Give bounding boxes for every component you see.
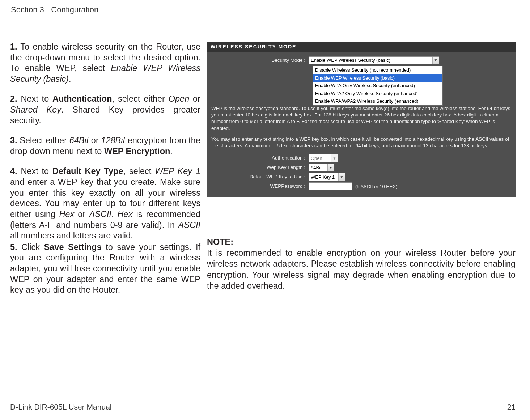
dropdown-option[interactable]: Disable Wireless Security (not recommend… <box>313 66 442 74</box>
step-4: 4. Next to Default Key Type, select WEP … <box>10 166 200 241</box>
wep-key-length-label: Wep Key Length : <box>211 164 309 171</box>
t: WEP Key 1 <box>155 166 200 176</box>
t: Click <box>17 242 44 252</box>
chevron-down-icon: ▼ <box>432 57 439 64</box>
dropdown-option[interactable]: Enable WPA/WPA2 Wireless Security (enhan… <box>313 97 442 105</box>
t: Hex <box>118 209 133 219</box>
security-mode-select[interactable]: Enable WEP Wireless Security (basic) ▼ <box>309 56 439 64</box>
t: 128Bit <box>101 136 125 145</box>
step-num: 5. <box>10 242 17 252</box>
t: ASCII <box>178 220 200 230</box>
chevron-down-icon: ▼ <box>327 164 334 171</box>
note-text: It is recommended to enable encryption o… <box>207 248 516 290</box>
security-mode-value: Enable WEP Wireless Security (basic) <box>311 57 390 64</box>
t: Save Settings <box>44 242 102 252</box>
t: . <box>111 209 118 219</box>
default-wep-key-label: Default WEP Key to Use : <box>211 174 309 180</box>
t: Next to <box>17 166 52 176</box>
t: 64Bit <box>69 136 89 145</box>
t: or <box>74 209 89 219</box>
t: . <box>69 74 71 84</box>
t: Authentication <box>52 94 112 103</box>
router-screenshot: WIRELESS SECURITY MODE Security Mode : E… <box>207 42 516 197</box>
security-mode-label: Security Mode : <box>211 57 309 64</box>
wep-help-text-1: WEP is the wireless encryption standard.… <box>211 105 511 132</box>
t: ASCII <box>89 209 111 219</box>
t: Hex <box>59 209 74 219</box>
t: WEP Encryption <box>104 147 170 156</box>
wep-help-text-2: You may also enter any text string into … <box>211 136 511 149</box>
t: , select <box>123 166 155 176</box>
chevron-down-icon: ▼ <box>331 154 338 162</box>
chevron-down-icon: ▼ <box>338 173 345 181</box>
step-2: 2. Next to Authentication, select either… <box>10 94 200 126</box>
default-wep-key-value: WEP Key 1 <box>311 174 335 181</box>
t: or <box>89 136 101 145</box>
footer-page-number: 21 <box>507 403 516 411</box>
top-rule <box>10 16 516 16</box>
wep-key-length-select[interactable]: 64Bit ▼ <box>309 164 334 171</box>
wep-key-length-value: 64Bit <box>311 165 322 171</box>
t: Open <box>169 94 190 103</box>
dropdown-option[interactable]: Enable WPA2 Only Wireless Security (enha… <box>313 90 442 98</box>
t: all numbers and letters are valid. <box>10 231 133 240</box>
t: or <box>189 94 200 103</box>
step-1: 1. To enable wireless security on the Ro… <box>10 42 200 84</box>
step-num: 4. <box>10 166 17 176</box>
security-mode-dropdown[interactable]: Disable Wireless Security (not recommend… <box>313 66 443 106</box>
default-wep-key-select[interactable]: WEP Key 1 ▼ <box>309 173 345 181</box>
section-header: Section 3 - Configuration <box>11 5 516 14</box>
panel-wireless-security-header: WIRELESS SECURITY MODE <box>207 42 516 52</box>
t: Select either <box>17 136 69 145</box>
step-num: 3. <box>10 136 17 145</box>
t: , select either <box>112 94 169 103</box>
wep-password-label: WEPPassword : <box>211 183 309 190</box>
t: . <box>170 147 173 156</box>
authentication-select[interactable]: Open ▼ <box>309 154 338 162</box>
note-label: NOTE: <box>207 237 516 247</box>
wep-password-hint: (5 ASCII or 10 HEX) <box>355 183 397 190</box>
authentication-value: Open <box>311 155 322 162</box>
step-5: 5. Click Save Settings to save your sett… <box>10 242 200 296</box>
t: Default Key Type <box>52 166 123 176</box>
step-num: 1. <box>10 42 17 51</box>
dropdown-option[interactable]: Enable WEP Wireless Security (basic) <box>313 74 442 82</box>
t: Shared Key <box>10 105 61 114</box>
instructions-column: 1. To enable wireless security on the Ro… <box>10 42 200 296</box>
note-block: NOTE: It is recommended to enable encryp… <box>207 237 516 291</box>
footer-left: D-Link DIR-605L User Manual <box>10 403 112 411</box>
authentication-label: Authentication : <box>211 155 309 161</box>
wep-password-input[interactable] <box>309 182 352 190</box>
page-footer: D-Link DIR-605L User Manual 21 <box>10 400 516 411</box>
dropdown-option[interactable]: Enable WPA Only Wireless Security (enhan… <box>313 82 442 90</box>
step-num: 2. <box>10 94 17 103</box>
step-3: 3. Select either 64Bit or 128Bit encrypt… <box>10 135 200 157</box>
t: Next to <box>17 94 52 103</box>
bottom-rule <box>10 400 516 400</box>
